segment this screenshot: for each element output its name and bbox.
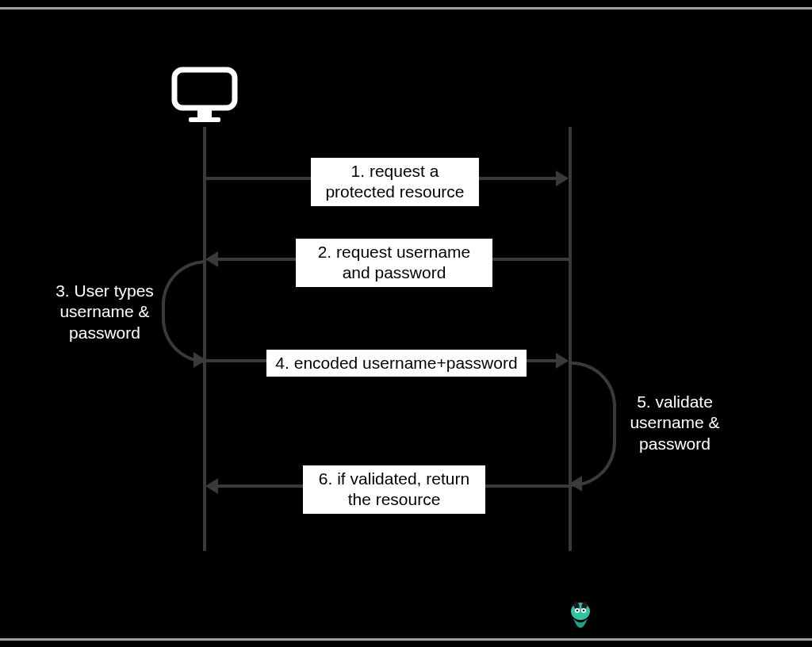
server-self-arrow	[569, 476, 582, 492]
svg-rect-1	[197, 109, 212, 117]
svg-point-8	[576, 610, 579, 612]
sequence-diagram: 1. request a protected resource 2. reque…	[0, 0, 812, 647]
msg1-label: 1. request a protected resource	[311, 158, 479, 206]
server-self-arc	[572, 362, 616, 487]
client-self-arc	[162, 260, 206, 363]
logo-icon	[569, 601, 592, 637]
svg-point-9	[583, 610, 585, 612]
msg1-arrow	[556, 170, 569, 186]
msg4-arrow	[556, 353, 569, 369]
msg5-label: 5. validate username & password	[623, 392, 726, 454]
msg3-label: 3. User types username & password	[49, 281, 160, 343]
svg-rect-0	[174, 70, 235, 108]
msg4-label: 4. encoded username+password	[266, 350, 527, 377]
msg2-label: 2. request username and password	[296, 239, 492, 287]
client-self-arrow	[193, 352, 206, 368]
msg6-label: 6. if validated, return the resource	[303, 465, 485, 514]
msg2-arrow	[205, 251, 218, 267]
msg6-arrow	[205, 478, 218, 494]
top-divider	[0, 7, 812, 10]
monitor-icon	[171, 67, 238, 128]
svg-rect-2	[189, 117, 220, 122]
bottom-divider	[0, 638, 812, 641]
